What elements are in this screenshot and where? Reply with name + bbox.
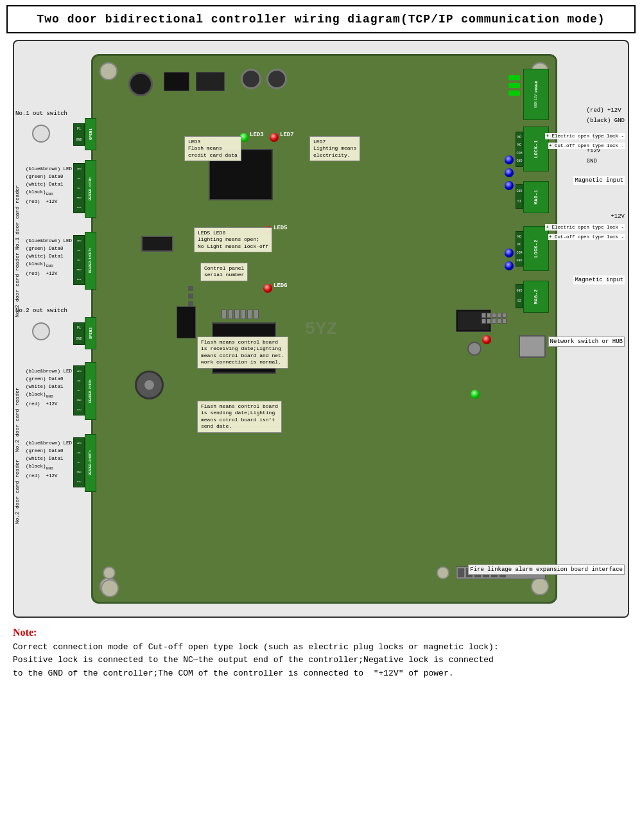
lock1-electric-label: + Electric open type lock - xyxy=(545,133,625,139)
magnetic-input1-label: Magnetic input xyxy=(573,176,625,185)
lock1-pin-nc: NC xyxy=(517,143,521,147)
r2out-pin-d1: D1 xyxy=(78,461,81,464)
reader2out-pins: LED D0 D1 GND 12V xyxy=(73,437,85,487)
ic-top1 xyxy=(164,72,189,91)
mag1-text: Magnetic input xyxy=(575,177,623,184)
no2-door-reader-out-label: No.2 door card reader xyxy=(14,453,20,524)
mid-ic1 xyxy=(177,306,196,338)
r1in-pin-12v: 12V xyxy=(76,206,81,209)
mag2-label: MAG-2 xyxy=(534,289,539,304)
cutoff-lock1-label: + Cut-off open type lock - xyxy=(548,234,625,240)
pr10 xyxy=(502,319,507,324)
reader1out-connector: READER-1<OUT> xyxy=(85,232,96,290)
r2in-pin-gnd: GND xyxy=(76,399,81,401)
r1in-pin-d0: D0 xyxy=(78,177,81,180)
reader1out-pins: LED D0 D1 GND 12V xyxy=(73,235,85,285)
pin3 xyxy=(234,310,239,319)
led7-label: LED7 xyxy=(280,132,294,138)
open2-label: OPEN2 xyxy=(89,328,93,339)
lock1-label: LOCK-1 xyxy=(534,140,539,158)
no2-out-switch-label: No.2 out switch xyxy=(15,308,67,314)
mag2-pins: GND S2 xyxy=(516,284,523,308)
mag2-connector: MAG-2 xyxy=(523,281,549,313)
no1-door-reader-label: No.1 door card reader xyxy=(14,179,20,250)
r1in-wires: (blue&brown) LED (green) Data0 (white) D… xyxy=(26,165,72,206)
r2out-wire2: (green) Data0 xyxy=(26,447,72,455)
note-text: Correct connection mode of Cut-off open … xyxy=(13,641,629,681)
control-panel-annotation: Control panel serial number xyxy=(200,263,248,281)
mag2-text: Magnetic input xyxy=(575,277,623,283)
r1in-wire3: (white) Data1 xyxy=(26,180,72,188)
r1in-pin-gnd: GND xyxy=(76,197,81,199)
r2out-wire1: (blue&brown) LED xyxy=(26,439,72,447)
black-gnd-label: (black) GND xyxy=(587,116,625,126)
switch1-circle xyxy=(32,125,50,143)
open1-pins: P1 GND xyxy=(73,123,85,146)
pin2 xyxy=(228,310,233,319)
power-led1 xyxy=(508,75,520,80)
pin5 xyxy=(247,310,252,319)
small-comp2 xyxy=(188,293,193,299)
note-title: Note: xyxy=(13,624,629,641)
control-ann-text: Control panel serial number xyxy=(204,265,244,279)
r1in-wire4: (black)GND xyxy=(26,188,72,198)
led7-ann-text: LED7 Lighting means electricity. xyxy=(313,139,356,159)
lock1-pin-gnd: GND xyxy=(516,159,522,163)
pin-array1 xyxy=(221,310,273,319)
r1out-pin-12v: 12V xyxy=(76,278,81,281)
r1out-pin-gnd: GND xyxy=(76,268,81,271)
bottom-cap1 xyxy=(103,566,116,579)
r2in-wire2: (green) Data0 xyxy=(26,375,72,383)
note-section: Note: Correct connection mode of Cut-off… xyxy=(13,624,629,681)
magnetic-input2-label: Magnetic input xyxy=(573,276,625,284)
r2in-pin-d0: D0 xyxy=(78,380,81,382)
r1in-wire1: (blue&brown) LED xyxy=(26,165,72,173)
blue-led3 xyxy=(505,181,514,190)
r2out-pin-d0: D0 xyxy=(78,451,81,454)
mag2-pin-gnd: GND xyxy=(516,289,522,293)
r2in-wire4: (black)GND xyxy=(26,390,72,400)
led6 xyxy=(263,284,272,293)
led7 xyxy=(270,133,279,142)
fire-linkage-label: Fire linkage alarm expansion board inter… xyxy=(468,564,625,575)
reader2in-connector: READER-2<IN> xyxy=(85,362,96,420)
power-connector: POWER GND|12V xyxy=(523,69,549,120)
r2in-wire1: (blue&brown) LED xyxy=(26,367,72,375)
switch2-circle xyxy=(32,322,50,340)
mag1-pin-s1: S1 xyxy=(517,200,521,204)
page-title: Two door bidirectional controller wiring… xyxy=(6,5,636,33)
display-module xyxy=(141,236,173,252)
pin-array-right xyxy=(482,313,517,329)
led3-annotation: LED3 Flash means credit card data xyxy=(184,136,241,161)
r2out-pin-led: LED xyxy=(76,442,81,444)
pr3 xyxy=(492,313,496,318)
r2in-pin-12v: 12V xyxy=(76,408,81,411)
lock2-12v-label: +12V xyxy=(611,213,625,220)
r2in-pin-led: LED xyxy=(76,370,81,372)
reader1in-connector: READER-1<IN> xyxy=(85,160,96,218)
blue-led1 xyxy=(505,155,514,164)
r2out-wire3: (white) Data1 xyxy=(26,455,72,462)
no2-door-reader-bottom-label: No.2 door card reader xyxy=(14,381,20,452)
r1out-wires: (blue&brown) LED (green) Data0 (white) D… xyxy=(26,237,72,277)
corner-tl xyxy=(100,62,117,80)
network-switch-label: Network switch or HUB xyxy=(548,337,625,347)
small-comp3 xyxy=(188,301,193,306)
reader1in-pins: LED D0 D1 GND 12V xyxy=(73,163,85,213)
power-led3 xyxy=(508,91,520,96)
pr4 xyxy=(497,313,501,318)
crystal xyxy=(135,371,164,399)
pr1 xyxy=(482,313,486,318)
reset-button xyxy=(467,342,482,356)
mag1-pin-gnd: GND xyxy=(516,189,522,193)
lock1-cutoff-label: + Cut-off open type lock - xyxy=(548,143,625,149)
r2in-wire3: (white) Data1 xyxy=(26,383,72,390)
electric-lock1-label: + Electric open type lock - xyxy=(545,224,625,231)
r2out-wire4: (black)GND xyxy=(26,462,72,472)
r1in-wire2: (green) Data0 xyxy=(26,173,72,180)
led3-label: LED3 xyxy=(250,132,264,138)
reader1in-label: READER-1<IN> xyxy=(89,177,92,200)
r2out-pin-12v: 12V xyxy=(76,480,81,483)
led56-ann-text: LED5 LED6 lighting means open; No Light … xyxy=(198,230,268,250)
r1out-wire3: (white) Data1 xyxy=(26,252,72,260)
